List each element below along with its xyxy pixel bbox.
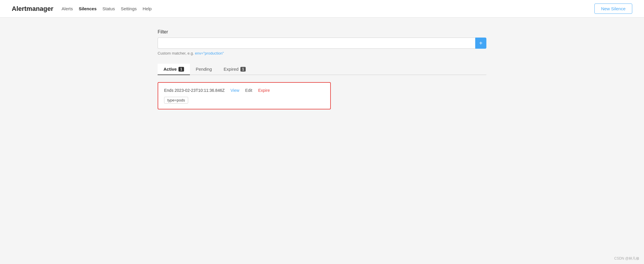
- app-title: Alertmanager: [12, 5, 53, 13]
- new-silence-button[interactable]: New Silence: [594, 4, 632, 14]
- silence-card-header: Ends 2023-02-23T10:11:36.846Z View Edit …: [164, 88, 324, 93]
- filter-input[interactable]: [158, 38, 475, 49]
- header-left: Alertmanager Alerts Silences Status Sett…: [12, 5, 152, 13]
- header: Alertmanager Alerts Silences Status Sett…: [0, 0, 644, 18]
- silence-view-button[interactable]: View: [230, 88, 239, 93]
- nav-status[interactable]: Status: [102, 6, 115, 11]
- filter-hint-link[interactable]: env="production": [195, 51, 224, 55]
- watermark: CSDN @林凡修: [614, 256, 639, 261]
- tab-expired-badge: 1: [240, 67, 246, 72]
- filter-label: Filter: [158, 29, 486, 35]
- filter-row: +: [158, 38, 486, 49]
- filter-add-button[interactable]: +: [475, 38, 486, 49]
- silence-expire-button[interactable]: Expire: [258, 88, 270, 93]
- silence-card: Ends 2023-02-23T10:11:36.846Z View Edit …: [158, 82, 331, 109]
- silence-tag: type=pods: [164, 97, 188, 104]
- silence-ends: Ends 2023-02-23T10:11:36.846Z: [164, 88, 225, 93]
- tab-expired[interactable]: Expired 1: [218, 64, 252, 75]
- nav: Alerts Silences Status Settings Help: [62, 6, 152, 11]
- nav-settings[interactable]: Settings: [121, 6, 137, 11]
- nav-alerts[interactable]: Alerts: [62, 6, 73, 11]
- filter-section: Filter + Custom matcher, e.g. env="produ…: [158, 29, 486, 55]
- nav-help[interactable]: Help: [143, 6, 152, 11]
- tab-active[interactable]: Active 1: [158, 64, 190, 75]
- tab-active-badge: 1: [178, 67, 184, 72]
- silence-edit-button[interactable]: Edit: [245, 88, 252, 93]
- filter-hint: Custom matcher, e.g. env="production": [158, 51, 486, 55]
- tab-pending[interactable]: Pending: [190, 64, 218, 75]
- silence-tags: type=pods: [164, 97, 324, 104]
- tabs: Active 1 Pending Expired 1: [158, 64, 486, 75]
- main-content: Filter + Custom matcher, e.g. env="produ…: [146, 18, 498, 121]
- nav-silences[interactable]: Silences: [79, 6, 97, 11]
